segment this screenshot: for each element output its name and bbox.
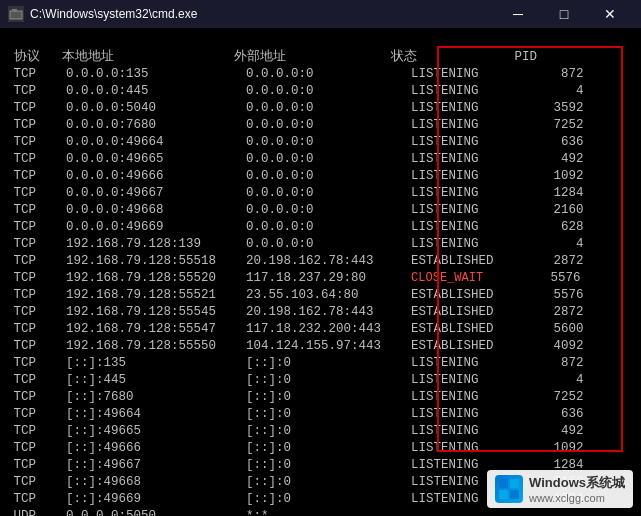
table-row: TCP [::]:49666 [::]:0 LISTENING 1092	[6, 441, 584, 455]
svg-rect-4	[499, 490, 508, 499]
cmd-window: C:\Windows\system32\cmd.exe ─ □ ✕ 协议 本地地…	[0, 0, 641, 516]
table-row: TCP 0.0.0.0:49667 0.0.0.0:0 LISTENING 12…	[6, 186, 584, 200]
table-row: TCP 0.0.0.0:445 0.0.0.0:0 LISTENING 4	[6, 84, 584, 98]
svg-rect-2	[499, 479, 508, 488]
terminal-content: 协议 本地地址 外部地址 状态 PID TCP 0.0.0.0:135 0.0.…	[0, 28, 641, 516]
table-row: TCP [::]:7680 [::]:0 LISTENING 7252	[6, 390, 584, 404]
maximize-button[interactable]: □	[541, 0, 587, 28]
table-row: TCP 192.168.79.128:55520 117.18.237.29:8…	[6, 271, 581, 285]
table-row: TCP 192.168.79.128:55550 104.124.155.97:…	[6, 339, 584, 353]
title-bar-text: C:\Windows\system32\cmd.exe	[30, 7, 495, 21]
cmd-output: 协议 本地地址 外部地址 状态 PID TCP 0.0.0.0:135 0.0.…	[6, 32, 635, 516]
window-icon	[8, 6, 24, 22]
window-controls: ─ □ ✕	[495, 0, 633, 28]
close-wait-label: CLOSE_WAIT	[411, 271, 483, 285]
table-row: TCP 0.0.0.0:49665 0.0.0.0:0 LISTENING 49…	[6, 152, 584, 166]
table-row: TCP 192.168.79.128:55521 23.55.103.64:80…	[6, 288, 584, 302]
watermark-brand: Windows系统城	[529, 474, 625, 492]
table-row: TCP 0.0.0.0:5040 0.0.0.0:0 LISTENING 359…	[6, 101, 584, 115]
watermark-info: Windows系统城 www.xclgg.com	[529, 474, 625, 504]
table-row: TCP 0.0.0.0:49669 0.0.0.0:0 LISTENING 62…	[6, 220, 584, 234]
table-row: TCP 192.168.79.128:139 0.0.0.0:0 LISTENI…	[6, 237, 584, 251]
watermark-site: www.xclgg.com	[529, 492, 625, 504]
table-row: UDP 0.0.0.0:5050 *:*	[6, 509, 269, 516]
svg-rect-1	[12, 9, 17, 12]
watermark-logo	[495, 475, 523, 503]
close-button[interactable]: ✕	[587, 0, 633, 28]
table-row: TCP [::]:445 [::]:0 LISTENING 4	[6, 373, 584, 387]
table-row: TCP [::]:135 [::]:0 LISTENING 872	[6, 356, 584, 370]
table-row: TCP 0.0.0.0:49664 0.0.0.0:0 LISTENING 63…	[6, 135, 584, 149]
table-row: TCP 192.168.79.128:55518 20.198.162.78:4…	[6, 254, 584, 268]
table-header: 协议 本地地址 外部地址 状态 PID	[6, 50, 537, 64]
table-row: TCP 0.0.0.0:7680 0.0.0.0:0 LISTENING 725…	[6, 118, 584, 132]
table-row: TCP [::]:49664 [::]:0 LISTENING 636	[6, 407, 584, 421]
title-bar: C:\Windows\system32\cmd.exe ─ □ ✕	[0, 0, 641, 28]
minimize-button[interactable]: ─	[495, 0, 541, 28]
table-row: TCP [::]:49665 [::]:0 LISTENING 492	[6, 424, 584, 438]
table-row: TCP 0.0.0.0:49666 0.0.0.0:0 LISTENING 10…	[6, 169, 584, 183]
svg-rect-3	[510, 479, 519, 488]
table-row: TCP 192.168.79.128:55545 20.198.162.78:4…	[6, 305, 584, 319]
svg-rect-5	[510, 490, 519, 499]
table-row: TCP 192.168.79.128:55547 117.18.232.200:…	[6, 322, 584, 336]
table-row: TCP 0.0.0.0:49668 0.0.0.0:0 LISTENING 21…	[6, 203, 584, 217]
table-row: TCP 0.0.0.0:135 0.0.0.0:0 LISTENING 872	[6, 67, 584, 81]
watermark: Windows系统城 www.xclgg.com	[487, 470, 633, 508]
svg-rect-0	[10, 11, 22, 19]
